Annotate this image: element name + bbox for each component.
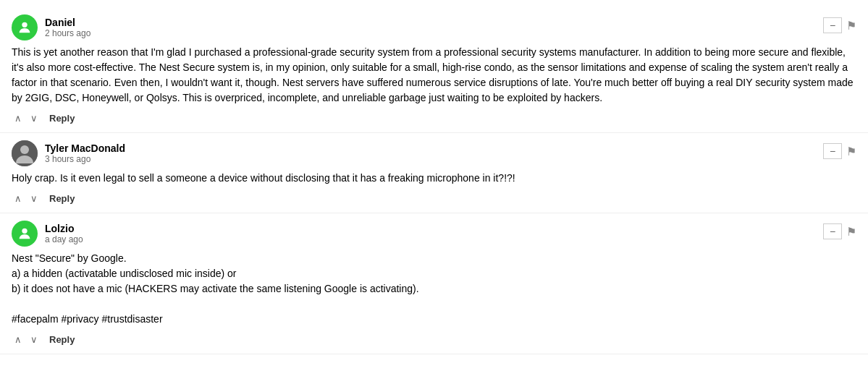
upvote-button[interactable]: ∧ bbox=[12, 333, 25, 346]
comment-item-1: Daniel 2 hours ago − ⚑ This is yet anoth… bbox=[0, 7, 868, 133]
downvote-button[interactable]: ∨ bbox=[28, 333, 41, 346]
vote-reply-row: ∧ ∨ Reply bbox=[12, 111, 856, 125]
comment-item-3: Lolzio a day ago − ⚑ Nest "Secure" by Go… bbox=[0, 213, 868, 354]
vote-reply-row: ∧ ∨ Reply bbox=[12, 333, 856, 346]
comment-actions-right: − ⚑ bbox=[823, 223, 856, 239]
username: Lolzio bbox=[45, 223, 856, 234]
comment-item-2: Tyler MacDonald 3 hours ago − ⚑ Holy cra… bbox=[0, 133, 868, 213]
reply-button[interactable]: Reply bbox=[46, 333, 77, 346]
comment-actions-right: − ⚑ bbox=[823, 17, 856, 33]
comment-body: This is yet another reason that I'm glad… bbox=[12, 45, 856, 106]
timestamp: 3 hours ago bbox=[45, 154, 856, 164]
upvote-button[interactable]: ∧ bbox=[12, 192, 25, 205]
timestamp: 2 hours ago bbox=[45, 28, 856, 38]
collapse-button[interactable]: − bbox=[823, 143, 842, 159]
timestamp: a day ago bbox=[45, 234, 856, 244]
user-info: Lolzio a day ago bbox=[45, 223, 856, 244]
user-info: Tyler MacDonald 3 hours ago bbox=[45, 142, 856, 164]
user-info: Daniel 2 hours ago bbox=[45, 17, 856, 38]
svg-point-2 bbox=[20, 145, 29, 154]
reply-button[interactable]: Reply bbox=[46, 111, 77, 125]
svg-point-3 bbox=[22, 229, 27, 234]
avatar bbox=[12, 221, 38, 247]
comment-header: Tyler MacDonald 3 hours ago bbox=[12, 140, 856, 166]
vote-reply-row: ∧ ∨ Reply bbox=[12, 192, 856, 205]
avatar bbox=[12, 14, 38, 40]
comment-body: Nest "Secure" by Google.a) a hidden (act… bbox=[12, 251, 856, 327]
comment-header: Daniel 2 hours ago bbox=[12, 14, 856, 40]
downvote-button[interactable]: ∨ bbox=[28, 111, 41, 125]
downvote-button[interactable]: ∨ bbox=[28, 192, 41, 205]
comment-header: Lolzio a day ago bbox=[12, 221, 856, 247]
comment-body: Holy crap. Is it even legal to sell a so… bbox=[12, 171, 856, 186]
username: Daniel bbox=[45, 17, 856, 28]
flag-button[interactable]: ⚑ bbox=[846, 145, 856, 158]
comment-actions-right: − ⚑ bbox=[823, 143, 856, 159]
flag-button[interactable]: ⚑ bbox=[846, 225, 856, 239]
flag-button[interactable]: ⚑ bbox=[846, 19, 856, 33]
username: Tyler MacDonald bbox=[45, 142, 856, 154]
collapse-button[interactable]: − bbox=[823, 223, 842, 239]
avatar bbox=[12, 140, 38, 166]
svg-point-0 bbox=[22, 22, 27, 27]
collapse-button[interactable]: − bbox=[823, 17, 842, 33]
upvote-button[interactable]: ∧ bbox=[12, 111, 25, 125]
reply-button[interactable]: Reply bbox=[46, 192, 77, 205]
